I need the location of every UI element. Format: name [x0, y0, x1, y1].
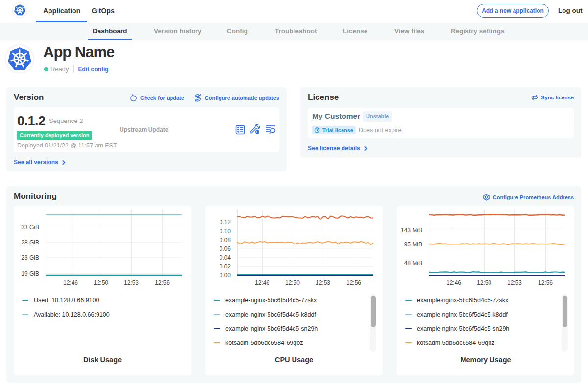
svg-text:28 GiB: 28 GiB: [21, 239, 39, 246]
svg-text:12:46: 12:46: [255, 279, 270, 286]
svg-text:12:50: 12:50: [94, 279, 108, 286]
svg-text:0.08: 0.08: [220, 237, 231, 244]
svg-text:12:56: 12:56: [538, 279, 553, 286]
svg-text:12:50: 12:50: [285, 279, 300, 286]
svg-text:0.10: 0.10: [220, 228, 231, 235]
svg-text:0.06: 0.06: [220, 245, 231, 252]
svg-text:48 MiB: 48 MiB: [404, 260, 422, 267]
svg-text:19 GiB: 19 GiB: [21, 270, 39, 277]
svg-text:12:50: 12:50: [477, 279, 491, 286]
svg-text:0.00: 0.00: [220, 272, 231, 279]
svg-text:12:46: 12:46: [63, 279, 78, 286]
svg-text:12:56: 12:56: [155, 279, 170, 286]
svg-text:12:53: 12:53: [124, 279, 139, 286]
svg-text:12:53: 12:53: [316, 279, 330, 286]
svg-text:12:56: 12:56: [346, 279, 361, 286]
svg-text:12:53: 12:53: [507, 279, 522, 286]
svg-text:23 GiB: 23 GiB: [21, 254, 39, 261]
svg-text:0.02: 0.02: [220, 263, 231, 270]
svg-text:12:46: 12:46: [446, 279, 461, 286]
svg-text:0.12: 0.12: [220, 219, 231, 226]
svg-text:95 MiB: 95 MiB: [404, 241, 422, 248]
svg-text:33 GiB: 33 GiB: [21, 224, 39, 231]
svg-text:0.04: 0.04: [220, 254, 231, 261]
svg-text:143 MiB: 143 MiB: [401, 227, 422, 234]
